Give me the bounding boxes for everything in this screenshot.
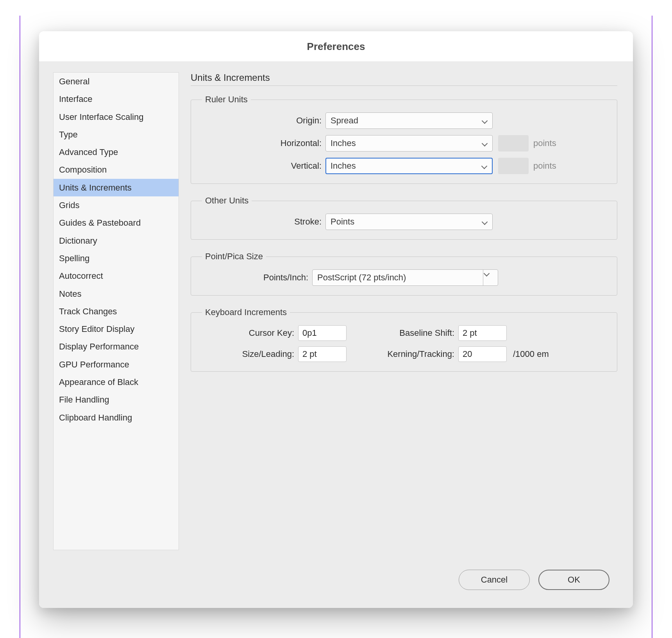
cursor-key-label: Cursor Key: xyxy=(200,328,298,338)
vertical-select-value: Inches xyxy=(331,161,356,171)
sidebar-item-dictionary[interactable]: Dictionary xyxy=(54,232,179,249)
baseline-shift-input[interactable] xyxy=(458,325,507,341)
dialog-title: Preferences xyxy=(39,31,633,61)
size-leading-label: Size/Leading: xyxy=(200,349,298,359)
chevron-down-icon xyxy=(481,218,488,225)
points-inch-value: PostScript (72 pts/inch) xyxy=(317,273,406,283)
dialog-footer: Cancel OK xyxy=(39,566,633,608)
preferences-dialog: Preferences GeneralInterfaceUser Interfa… xyxy=(39,31,633,608)
sidebar-item-composition[interactable]: Composition xyxy=(54,161,179,178)
sidebar-item-spelling[interactable]: Spelling xyxy=(54,249,179,267)
vertical-points-suffix: points xyxy=(533,161,556,171)
preferences-main-panel: Units & Increments Ruler Units Origin: S… xyxy=(191,72,617,550)
points-inch-label: Points/Inch: xyxy=(200,273,312,283)
sidebar-item-notes[interactable]: Notes xyxy=(54,285,179,303)
cancel-button-label: Cancel xyxy=(481,575,508,585)
cancel-button[interactable]: Cancel xyxy=(459,570,530,590)
ok-button[interactable]: OK xyxy=(538,570,609,590)
stroke-select-value: Points xyxy=(331,217,354,227)
section-title: Units & Increments xyxy=(191,72,617,86)
sidebar-item-clipboard-handling[interactable]: Clipboard Handling xyxy=(54,409,179,426)
sidebar-item-user-interface-scaling[interactable]: User Interface Scaling xyxy=(54,108,179,126)
point-pica-group: Point/Pica Size Points/Inch: PostScript … xyxy=(191,251,617,296)
vertical-select[interactable]: Inches xyxy=(325,158,493,174)
kerning-tracking-input[interactable] xyxy=(458,346,507,362)
sidebar-item-advanced-type[interactable]: Advanced Type xyxy=(54,143,179,161)
ruler-units-group: Ruler Units Origin: Spread Horizontal: I… xyxy=(191,94,617,184)
horizontal-points-suffix: points xyxy=(533,138,556,148)
kerning-suffix: /1000 em xyxy=(509,349,608,359)
dialog-body: GeneralInterfaceUser Interface ScalingTy… xyxy=(39,61,633,566)
keyboard-increments-group: Keyboard Increments Cursor Key: Baseline… xyxy=(191,307,617,372)
chevron-down-icon xyxy=(487,274,494,281)
sidebar-item-units-increments[interactable]: Units & Increments xyxy=(54,179,179,196)
page-frame: Preferences GeneralInterfaceUser Interfa… xyxy=(20,16,652,638)
sidebar-item-appearance-of-black[interactable]: Appearance of Black xyxy=(54,373,179,391)
sidebar-item-grids[interactable]: Grids xyxy=(54,196,179,214)
point-pica-legend: Point/Pica Size xyxy=(202,251,266,262)
sidebar-item-interface[interactable]: Interface xyxy=(54,90,179,108)
horizontal-points-field[interactable] xyxy=(498,135,529,151)
ruler-units-legend: Ruler Units xyxy=(202,94,251,105)
sidebar-item-type[interactable]: Type xyxy=(54,126,179,143)
size-leading-input[interactable] xyxy=(298,346,347,362)
vertical-points-field[interactable] xyxy=(498,158,529,174)
points-inch-dropdown-button[interactable] xyxy=(483,270,498,285)
vertical-label: Vertical: xyxy=(200,161,325,171)
cursor-key-input[interactable] xyxy=(298,325,347,341)
origin-select-value: Spread xyxy=(331,116,358,126)
sidebar-item-gpu-performance[interactable]: GPU Performance xyxy=(54,356,179,373)
other-units-legend: Other Units xyxy=(202,196,252,206)
horizontal-select-value: Inches xyxy=(331,138,356,148)
points-inch-select[interactable]: PostScript (72 pts/inch) xyxy=(312,269,498,286)
stroke-label: Stroke: xyxy=(200,217,325,227)
baseline-shift-label: Baseline Shift: xyxy=(349,328,458,338)
origin-label: Origin: xyxy=(200,116,325,126)
origin-select[interactable]: Spread xyxy=(325,112,493,129)
sidebar-item-autocorrect[interactable]: Autocorrect xyxy=(54,267,179,285)
preferences-sidebar: GeneralInterfaceUser Interface ScalingTy… xyxy=(53,72,179,550)
ok-button-label: OK xyxy=(568,575,580,585)
sidebar-item-guides-pasteboard[interactable]: Guides & Pasteboard xyxy=(54,214,179,232)
stroke-select[interactable]: Points xyxy=(325,214,493,230)
keyboard-increments-legend: Keyboard Increments xyxy=(202,307,290,317)
chevron-down-icon xyxy=(481,140,488,147)
sidebar-item-display-performance[interactable]: Display Performance xyxy=(54,338,179,355)
horizontal-label: Horizontal: xyxy=(200,138,325,148)
sidebar-item-general[interactable]: General xyxy=(54,73,179,90)
other-units-group: Other Units Stroke: Points xyxy=(191,196,617,240)
kerning-tracking-label: Kerning/Tracking: xyxy=(349,349,458,359)
sidebar-item-file-handling[interactable]: File Handling xyxy=(54,391,179,408)
sidebar-item-story-editor-display[interactable]: Story Editor Display xyxy=(54,320,179,338)
chevron-down-icon xyxy=(481,117,488,124)
chevron-down-icon xyxy=(481,162,488,169)
sidebar-item-track-changes[interactable]: Track Changes xyxy=(54,303,179,320)
horizontal-select[interactable]: Inches xyxy=(325,135,493,151)
